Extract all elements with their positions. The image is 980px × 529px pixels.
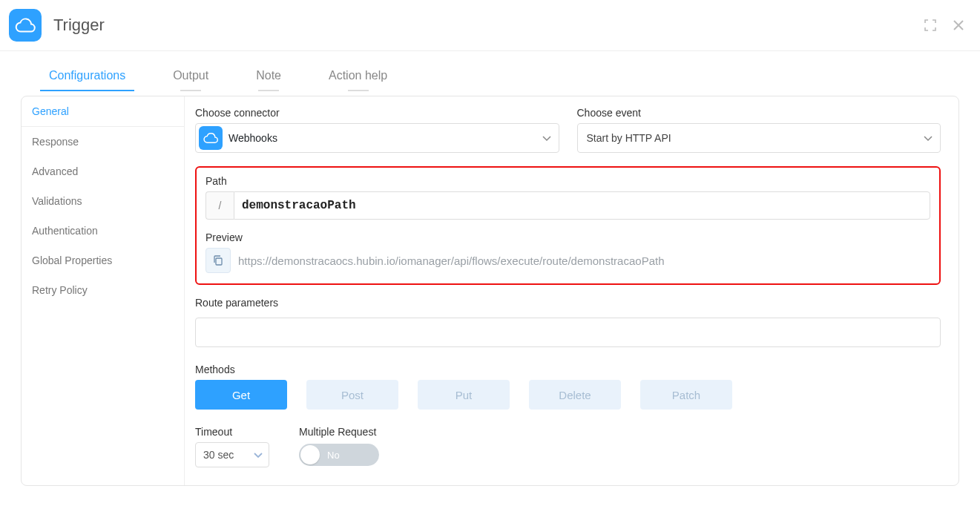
path-preview-highlight: Path / Preview https://demonstracaocs.hu… bbox=[195, 166, 941, 285]
chevron-down-icon bbox=[542, 132, 551, 144]
route-label: Route parameters bbox=[195, 297, 941, 309]
timeout-label: Timeout bbox=[195, 426, 269, 438]
header: Trigger bbox=[0, 0, 980, 51]
methods-label: Methods bbox=[195, 364, 941, 375]
app-cloud-icon bbox=[9, 9, 42, 42]
timeout-value: 30 sec bbox=[203, 449, 234, 461]
copy-icon bbox=[212, 254, 224, 266]
connector-select[interactable]: Webhooks bbox=[195, 123, 559, 153]
tab-configurations[interactable]: Configurations bbox=[40, 59, 134, 90]
page-title: Trigger bbox=[53, 16, 105, 35]
toggle-knob bbox=[300, 445, 320, 464]
connector-label: Choose connector bbox=[195, 107, 559, 119]
route-parameters-input[interactable] bbox=[195, 318, 941, 347]
method-patch[interactable]: Patch bbox=[640, 380, 732, 410]
method-delete[interactable]: Delete bbox=[529, 380, 621, 410]
event-value: Start by HTTP API bbox=[587, 132, 671, 144]
tab-action-help[interactable]: Action help bbox=[320, 59, 396, 90]
config-panel: General Response Advanced Validations Au… bbox=[21, 96, 959, 486]
multiple-request-toggle[interactable]: No bbox=[299, 444, 379, 466]
sidebar-item-global-properties[interactable]: Global Properties bbox=[22, 246, 184, 275]
svg-rect-0 bbox=[216, 258, 222, 265]
tab-bar: Configurations Output Note Action help bbox=[0, 59, 980, 90]
form-area: Choose connector Webhooks bbox=[185, 96, 958, 485]
sidebar-item-response[interactable]: Response bbox=[22, 127, 184, 157]
sidebar-item-validations[interactable]: Validations bbox=[22, 186, 184, 216]
event-select[interactable]: Start by HTTP API bbox=[577, 123, 941, 153]
timeout-select[interactable]: 30 sec bbox=[195, 442, 269, 467]
path-input[interactable] bbox=[234, 191, 930, 220]
path-prefix: / bbox=[205, 191, 234, 220]
side-menu: General Response Advanced Validations Au… bbox=[22, 96, 185, 485]
toggle-value: No bbox=[327, 450, 340, 461]
methods-row: Get Post Put Delete Patch bbox=[195, 380, 941, 410]
event-label: Choose event bbox=[577, 107, 941, 119]
sidebar-item-retry-policy[interactable]: Retry Policy bbox=[22, 275, 184, 305]
tab-output[interactable]: Output bbox=[164, 59, 217, 90]
preview-url: https://demonstracaocs.hubin.io/iomanage… bbox=[238, 254, 665, 267]
connector-value: Webhooks bbox=[228, 132, 277, 144]
expand-icon[interactable] bbox=[924, 19, 937, 32]
cloud-icon bbox=[14, 17, 36, 33]
method-put[interactable]: Put bbox=[418, 380, 510, 410]
chevron-down-icon bbox=[254, 449, 263, 461]
method-get[interactable]: Get bbox=[195, 380, 287, 410]
method-post[interactable]: Post bbox=[306, 380, 398, 410]
path-label: Path bbox=[205, 175, 930, 187]
connector-cloud-icon bbox=[199, 126, 223, 150]
chevron-down-icon bbox=[924, 132, 933, 144]
preview-label: Preview bbox=[205, 231, 930, 243]
copy-button[interactable] bbox=[205, 248, 231, 273]
sidebar-item-authentication[interactable]: Authentication bbox=[22, 216, 184, 246]
sidebar-item-advanced[interactable]: Advanced bbox=[22, 157, 184, 186]
close-icon[interactable] bbox=[952, 19, 965, 32]
tab-note[interactable]: Note bbox=[247, 59, 290, 90]
multiple-request-label: Multiple Request bbox=[299, 426, 379, 438]
sidebar-item-general[interactable]: General bbox=[22, 96, 184, 127]
